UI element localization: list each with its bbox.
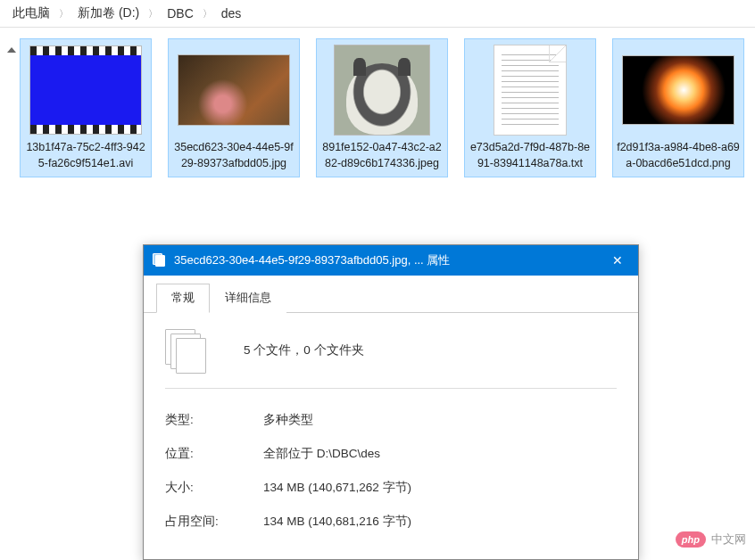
tab-general[interactable]: 常规 bbox=[156, 284, 210, 313]
property-label: 位置: bbox=[165, 446, 263, 462]
dialog-titlebar[interactable]: 35ecd623-30e4-44e5-9f29-89373afbdd05.jpg… bbox=[144, 245, 638, 276]
image-thumbnail bbox=[175, 45, 293, 136]
text-file-icon bbox=[471, 45, 589, 136]
file-label: 35ecd623-30e4-44e5-9f29-89373afbdd05.jpg bbox=[172, 139, 295, 171]
property-row-ondisk: 占用空间: 134 MB (140,681,216 字节) bbox=[165, 505, 617, 539]
property-label: 类型: bbox=[165, 412, 263, 428]
file-label: e73d5a2d-7f9d-487b-8e91-83941148a78a.txt bbox=[469, 139, 592, 171]
property-row-size: 大小: 134 MB (140,671,262 字节) bbox=[165, 471, 617, 505]
file-item-image[interactable]: 35ecd623-30e4-44e5-9f29-89373afbdd05.jpg bbox=[168, 38, 300, 177]
breadcrumb-item[interactable]: 新加卷 (D:) bbox=[74, 5, 143, 21]
file-label: f2d91f3a-a984-4be8-a69a-0bacd6e51dcd.png bbox=[617, 139, 740, 171]
summary-text: 5 个文件，0 个文件夹 bbox=[244, 342, 364, 358]
watermark-text: 中文网 bbox=[711, 531, 746, 548]
file-label: 13b1f47a-75c2-4ff3-9425-fa26c9f514e1.avi bbox=[24, 139, 147, 171]
properties-dialog: 35ecd623-30e4-44e5-9f29-89373afbdd05.jpg… bbox=[143, 244, 639, 560]
breadcrumb-item[interactable]: 此电脑 bbox=[9, 5, 54, 21]
scroll-up-icon[interactable] bbox=[7, 47, 16, 53]
breadcrumb[interactable]: 此电脑 〉 新加卷 (D:) 〉 DBC 〉 des bbox=[0, 0, 755, 28]
property-value: 全部位于 D:\DBC\des bbox=[263, 446, 380, 462]
file-item-text[interactable]: e73d5a2d-7f9d-487b-8e91-83941148a78a.txt bbox=[464, 38, 596, 177]
chevron-right-icon: 〉 bbox=[197, 7, 218, 21]
close-button[interactable]: ✕ bbox=[597, 245, 638, 276]
file-item-video[interactable]: 13b1f47a-75c2-4ff3-9425-fa26c9f514e1.avi bbox=[20, 38, 152, 177]
property-row-type: 类型: 多种类型 bbox=[165, 403, 617, 437]
multi-file-icon bbox=[165, 329, 208, 372]
watermark: php 中文网 bbox=[676, 531, 746, 548]
chevron-right-icon: 〉 bbox=[54, 7, 74, 21]
close-icon: ✕ bbox=[612, 253, 623, 268]
dialog-tabs: 常规 详细信息 bbox=[144, 276, 638, 313]
property-value: 134 MB (140,681,216 字节) bbox=[263, 514, 411, 530]
summary-row: 5 个文件，0 个文件夹 bbox=[165, 329, 617, 389]
scrollbar-vertical[interactable] bbox=[4, 38, 20, 177]
property-label: 占用空间: bbox=[165, 514, 263, 530]
dialog-body: 5 个文件，0 个文件夹 类型: 多种类型 位置: 全部位于 D:\DBC\de… bbox=[144, 313, 638, 555]
property-row-location: 位置: 全部位于 D:\DBC\des bbox=[165, 437, 617, 471]
file-explorer-content: 13b1f47a-75c2-4ff3-9425-fa26c9f514e1.avi… bbox=[0, 28, 755, 177]
property-value: 多种类型 bbox=[263, 412, 313, 428]
files-stack-icon bbox=[153, 253, 167, 268]
watermark-badge: php bbox=[676, 531, 706, 548]
video-thumbnail bbox=[27, 45, 145, 136]
property-value: 134 MB (140,671,262 字节) bbox=[263, 480, 411, 496]
chevron-right-icon: 〉 bbox=[143, 7, 163, 21]
file-item-image[interactable]: f2d91f3a-a984-4be8-a69a-0bacd6e51dcd.png bbox=[612, 38, 744, 177]
image-thumbnail bbox=[323, 45, 441, 136]
file-item-image[interactable]: 891fe152-0a47-43c2-a282-d89c6b174336.jpe… bbox=[316, 38, 448, 177]
dialog-title: 35ecd623-30e4-44e5-9f29-89373afbdd05.jpg… bbox=[174, 252, 597, 268]
breadcrumb-item[interactable]: DBC bbox=[163, 6, 197, 21]
breadcrumb-item[interactable]: des bbox=[218, 6, 245, 21]
tab-details[interactable]: 详细信息 bbox=[210, 284, 286, 313]
image-thumbnail bbox=[619, 45, 737, 136]
file-grid: 13b1f47a-75c2-4ff3-9425-fa26c9f514e1.avi… bbox=[20, 38, 744, 177]
property-label: 大小: bbox=[165, 480, 263, 496]
file-label: 891fe152-0a47-43c2-a282-d89c6b174336.jpe… bbox=[320, 139, 444, 171]
